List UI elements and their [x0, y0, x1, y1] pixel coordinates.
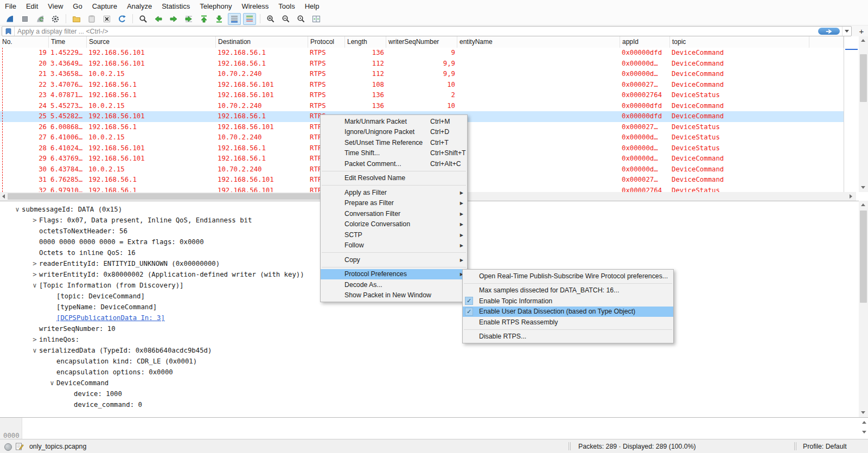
menu-item-max-samples-data-batch[interactable]: Max samples dissected for DATA_BATCH: 16… — [463, 285, 673, 296]
menu-item-edit-resolved-name[interactable]: Edit Resolved Name — [321, 173, 467, 184]
menu-item-follow[interactable]: Follow — [321, 240, 467, 251]
restart-capture-icon[interactable] — [34, 13, 47, 25]
packet-list-scrollbar[interactable] — [859, 36, 868, 192]
table-row[interactable]: 234.07871…192.168.56.1192.168.56.101RTPS… — [0, 90, 844, 101]
tree-line[interactable]: encapsulation kind: CDR_LE (0x0001) — [0, 356, 859, 367]
hex-view-pane[interactable]: 0000 00 04 00 01 00 06 08 00 27 60 a5 b5… — [0, 417, 868, 439]
menu-item-copy[interactable]: Copy — [321, 254, 467, 265]
tree-line[interactable]: encapsulation options: 0x0000 — [0, 367, 859, 378]
menu-telephony[interactable]: Telephony — [195, 0, 237, 12]
zoom-out-icon[interactable] — [279, 13, 292, 25]
stop-capture-icon[interactable] — [18, 13, 31, 25]
table-row[interactable]: 223.47076…192.168.56.1192.168.56.101RTPS… — [0, 80, 844, 91]
tree-line[interactable]: device: 1000 — [0, 388, 859, 399]
menu-item-enable-topic-information[interactable]: Enable Topic Information — [463, 296, 673, 307]
menu-capture[interactable]: Capture — [87, 0, 122, 12]
expert-info-icon[interactable] — [4, 443, 12, 451]
col-topic[interactable]: topic — [670, 36, 809, 48]
find-packet-icon[interactable] — [137, 13, 150, 25]
col-appid[interactable]: appId — [620, 36, 670, 48]
col-no[interactable]: No. — [0, 36, 49, 48]
menu-item-enable-rtps-reassembly[interactable]: Enable RTPS Reassembly — [463, 317, 673, 328]
menu-item-colorize-conversation[interactable]: Colorize Conversation — [321, 219, 467, 230]
tree-line[interactable]: ∨serializedData (TypeId: 0x086b640acdc9b… — [0, 345, 859, 356]
go-forward-icon[interactable] — [167, 13, 180, 25]
zoom-in-icon[interactable] — [264, 13, 277, 25]
go-to-packet-icon[interactable] — [182, 13, 195, 25]
expander-icon[interactable]: > — [30, 269, 39, 280]
menu-tools[interactable]: Tools — [273, 0, 299, 12]
menu-item-conversation-filter[interactable]: Conversation Filter — [321, 208, 467, 219]
close-file-icon[interactable] — [100, 13, 113, 25]
go-last-icon[interactable] — [213, 13, 226, 25]
menu-item-disable-rtps[interactable]: Disable RTPS... — [463, 331, 673, 342]
filter-dropdown-icon[interactable] — [842, 27, 851, 36]
capture-comment-icon[interactable] — [15, 442, 24, 452]
col-destination[interactable]: Destination — [216, 36, 308, 48]
col-protocol[interactable]: Protocol — [308, 36, 345, 48]
table-row[interactable]: 191.45229…192.168.56.101192.168.56.1RTPS… — [0, 48, 844, 59]
filter-bookmark-icon[interactable] — [2, 27, 15, 36]
table-row[interactable]: 213.43658…10.0.2.1510.70.2.240RTPS1129,9… — [0, 69, 844, 80]
add-filter-button[interactable]: + — [856, 25, 867, 36]
menu-item-time-reference[interactable]: Set/Unset Time ReferenceCtrl+T — [321, 137, 467, 148]
menu-go[interactable]: Go — [68, 0, 87, 12]
reload-icon[interactable] — [116, 13, 129, 25]
detail-pane-scrollbar[interactable] — [859, 201, 868, 417]
go-back-icon[interactable] — [152, 13, 165, 25]
expander-icon[interactable]: ∨ — [30, 345, 39, 356]
resize-columns-icon[interactable] — [310, 13, 323, 25]
status-profile[interactable]: Profile: Default — [803, 443, 847, 450]
expander-icon[interactable]: ∨ — [48, 378, 56, 388]
tree-line[interactable]: ∨DeviceCommand — [0, 378, 859, 388]
menu-item-mark-packet[interactable]: Mark/Unmark PacketCtrl+M — [321, 116, 467, 127]
tree-line[interactable]: >inlineQos: — [0, 334, 859, 345]
expander-icon[interactable]: ∨ — [13, 204, 22, 215]
go-first-icon[interactable] — [197, 13, 210, 25]
menu-help[interactable]: Help — [300, 0, 324, 12]
display-filter-input[interactable]: Apply a display filter ... <Ctrl-/> — [2, 26, 852, 36]
colorize-packets-icon[interactable] — [243, 13, 256, 25]
expander-icon[interactable]: ∨ — [30, 280, 39, 291]
scroll-down-icon[interactable] — [861, 186, 865, 189]
table-row[interactable]: 203.43649…192.168.56.101192.168.56.1RTPS… — [0, 59, 844, 69]
apply-filter-button[interactable] — [818, 28, 840, 35]
capture-options-icon[interactable] — [49, 13, 62, 25]
menu-item-enable-user-data-dissection[interactable]: Enable User Data Dissection (based on Ty… — [463, 307, 673, 317]
table-row[interactable]: 245.45273…10.0.2.1510.70.2.240RTPS136100… — [0, 101, 844, 112]
col-writerseqnumber[interactable]: writerSeqNumber — [386, 36, 457, 48]
save-file-icon[interactable] — [85, 13, 98, 25]
scroll-down-icon[interactable] — [861, 411, 865, 414]
menu-item-show-packet-in-new-window[interactable]: Show Packet in New Window — [321, 290, 467, 301]
expander-icon[interactable]: > — [30, 215, 39, 226]
menu-item-apply-as-filter[interactable]: Apply as Filter — [321, 187, 467, 198]
start-capture-icon[interactable] — [3, 13, 16, 25]
menu-wireless[interactable]: Wireless — [237, 0, 273, 12]
scroll-left-icon[interactable] — [2, 194, 5, 199]
menu-item-prepare-as-filter[interactable]: Prepare as Filter — [321, 198, 467, 209]
tree-line[interactable]: writerSeqNumber: 10 — [0, 323, 859, 334]
menu-edit[interactable]: Edit — [21, 0, 43, 12]
menu-item-time-shift[interactable]: Time Shift...Ctrl+Shift+T — [321, 148, 467, 159]
expander-icon[interactable]: > — [30, 258, 39, 269]
zoom-original-icon[interactable] — [295, 13, 308, 25]
scroll-down-icon[interactable] — [862, 431, 866, 433]
menu-item-packet-comment[interactable]: Packet Comment...Ctrl+Alt+C — [321, 158, 467, 169]
scrollbar-thumb[interactable] — [860, 54, 867, 102]
menu-item-protocol-preferences[interactable]: Protocol Preferences — [321, 269, 467, 280]
auto-scroll-icon[interactable] — [228, 13, 241, 25]
col-entityname[interactable]: entityName — [457, 36, 620, 48]
menu-item-sctp[interactable]: SCTP — [321, 229, 467, 240]
tree-line[interactable]: device_command: 0 — [0, 399, 859, 410]
menu-item-decode-as[interactable]: Decode As... — [321, 279, 467, 290]
menu-analyze[interactable]: Analyze — [122, 0, 157, 12]
menu-item-open-rtps-preferences[interactable]: Open Real-Time Publish-Subscribe Wire Pr… — [463, 271, 673, 282]
tree-line[interactable]: [typeName: DeviceCommand] — [0, 302, 859, 312]
expander-icon[interactable]: > — [30, 334, 39, 345]
open-file-icon[interactable] — [70, 13, 83, 25]
menu-view[interactable]: View — [43, 0, 68, 12]
scroll-up-icon[interactable] — [861, 203, 865, 206]
col-time[interactable]: Time — [49, 36, 87, 48]
menu-item-ignore-packet[interactable]: Ignore/Unignore PacketCtrl+D — [321, 127, 467, 138]
menu-file[interactable]: File — [0, 0, 21, 12]
